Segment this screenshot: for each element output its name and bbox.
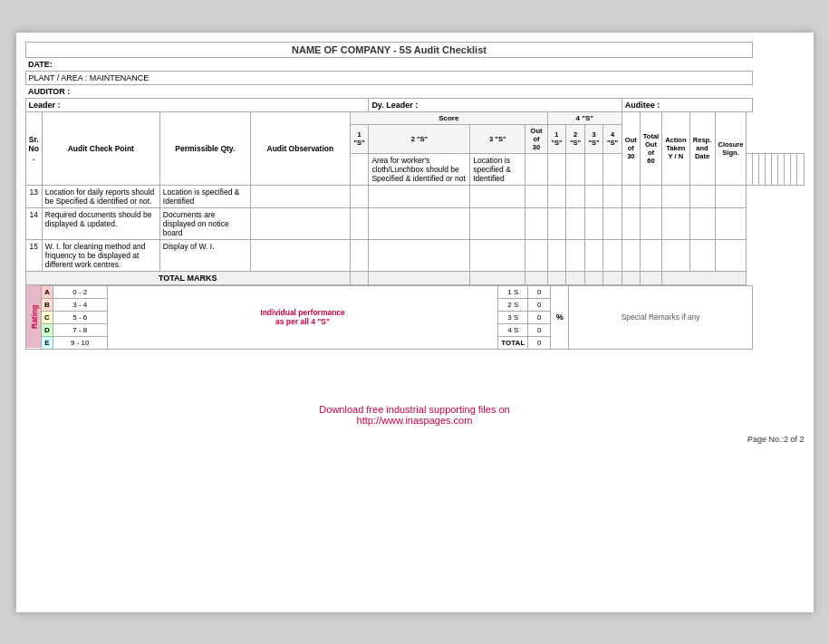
col-total-header: Total Out of 60 <box>640 111 661 185</box>
col-4s4-header: 4 "S" <box>603 124 622 153</box>
resp-cell <box>791 153 797 185</box>
download-url: http://www.inaspages.com <box>25 415 805 426</box>
col-pq-header: Permissible Qty. <box>159 111 250 185</box>
rating-data-row: Rating A 0 - 2 Individual performance as… <box>26 285 753 298</box>
score-header: Score <box>350 111 547 124</box>
page-title: NAME OF COMPANY - 5S Audit Checklist <box>25 42 753 57</box>
col-out-header: Out of 30 <box>622 111 640 185</box>
closure-cell <box>797 153 804 185</box>
score-label-3s: 3 S <box>498 311 528 323</box>
range-E: 9 - 10 <box>53 336 107 349</box>
auditor-label: AUDITOR : <box>28 87 70 96</box>
rating-row: Rating A 0 - 2 Individual performance as… <box>25 284 804 350</box>
auditee-label: Auditee : <box>622 98 753 111</box>
sr-cell: 14 <box>25 207 42 239</box>
check-point-cell: W. I. for cleaning method and friquency … <box>42 239 159 271</box>
table-row: 14 Required documents should be displaye… <box>25 207 804 239</box>
grade-C: C <box>42 311 53 323</box>
grade-E: E <box>42 336 53 349</box>
sr-cell: 13 <box>25 185 42 207</box>
table-row: 13 Location for daily reports should be … <box>25 185 804 207</box>
permissible-cell: Documents are displayed on notice board <box>159 207 250 239</box>
score-label-1s: 1 S <box>498 285 528 298</box>
col-s1-header: 1 "S" <box>350 124 369 153</box>
range-A: 0 - 2 <box>53 285 107 298</box>
col-out30-header: Out of 30 <box>525 124 547 153</box>
col-ao-header: Audit Observation <box>250 111 350 185</box>
4s3-cell <box>759 153 766 185</box>
action-cell <box>785 153 791 185</box>
audit-table: NAME OF COMPANY - 5S Audit Checklist DAT… <box>25 42 805 350</box>
range-B: 3 - 4 <box>53 298 107 311</box>
download-text: Download free industrial supporting file… <box>25 404 805 415</box>
score-label-4s: 4 S <box>498 323 528 336</box>
score-val-total: 0 <box>528 336 551 349</box>
range-D: 7 - 8 <box>53 323 107 336</box>
rating-table: Rating A 0 - 2 Individual performance as… <box>25 285 753 350</box>
title-row: NAME OF COMPANY - 5S Audit Checklist <box>25 42 804 57</box>
plant-row: PLANT / AREA : MAINTENANCE <box>25 71 804 84</box>
dy-leader-label: Dy. Leader : <box>369 98 622 111</box>
score-val-2s: 0 <box>528 298 551 311</box>
check-point-cell: Location for daily reports should be Spe… <box>42 185 159 207</box>
special-remarks: Special Remarks if any <box>569 285 753 349</box>
grade-A: A <box>42 285 53 298</box>
permissible-cell: Location is specified & Identified <box>470 153 525 185</box>
col-s3-header: 3 "S" <box>470 124 525 153</box>
permissible-cell: Location is specified & Identified <box>159 185 250 207</box>
col-closure-header: Closure Sign. <box>715 111 747 185</box>
date-label: DATE: <box>28 60 53 69</box>
obs-cell <box>250 207 350 239</box>
4s1-cell <box>747 153 753 185</box>
rating-label: Rating <box>26 285 42 349</box>
plant-label: PLANT / AREA : MAINTENANCE <box>29 73 149 82</box>
col-action-header: Action Taken Y / N <box>662 111 689 185</box>
col-header-row1: Sr. No . Audit Check Point Permissible Q… <box>25 111 804 124</box>
score-val-4s: 0 <box>528 323 551 336</box>
page-number: Page No.:2 of 2 <box>25 435 805 444</box>
out30-cell <box>603 153 622 185</box>
sr-cell <box>350 153 369 185</box>
auditor-row: AUDITOR : <box>25 84 804 98</box>
score-label-total: TOTAL <box>498 336 528 349</box>
col-4s2-header: 2 "S" <box>566 124 585 153</box>
score-label-2s: 2 S <box>498 298 528 311</box>
s3-cell <box>584 153 603 185</box>
range-C: 5 - 6 <box>53 311 107 323</box>
s2-cell <box>566 153 585 185</box>
total-marks-label: TOTAL MARKS <box>25 271 350 284</box>
col-sr-header: Sr. No . <box>25 111 42 185</box>
score-val-1s: 0 <box>528 285 551 298</box>
score-val-3s: 0 <box>528 311 551 323</box>
total-cell <box>778 153 785 185</box>
col-acp-header: Audit Check Point <box>42 111 159 185</box>
obs-cell <box>250 239 350 271</box>
sr-cell: 15 <box>25 239 42 271</box>
4s2-cell <box>753 153 759 185</box>
s1-cell <box>547 153 566 185</box>
check-point-cell: Area for worker's cloth/Lunchbox should … <box>369 153 470 185</box>
obs-cell <box>525 153 547 185</box>
ind-perf-cell: Individual performance as per all 4 "S" <box>107 285 498 349</box>
col-resp-header: Resp. and Date <box>689 111 715 185</box>
col-s2-header: 2 "S" <box>369 124 470 153</box>
grade-D: D <box>42 323 53 336</box>
page-container: NAME OF COMPANY - 5S Audit Checklist DAT… <box>16 33 814 612</box>
4s4-cell <box>766 153 772 185</box>
obs-cell <box>250 185 350 207</box>
footer-download: Download free industrial supporting file… <box>25 404 805 426</box>
table-row: 15 W. I. for cleaning method and friquen… <box>25 239 804 271</box>
leader-row: Leader : Dy. Leader : Auditee : <box>25 98 804 111</box>
out30b-cell <box>772 153 778 185</box>
permissible-cell: Display of W. I. <box>159 239 250 271</box>
percent-symbol: % <box>551 285 569 349</box>
col-4s3-header: 3 "S" <box>584 124 603 153</box>
col-4s1-header: 1 "S" <box>547 124 566 153</box>
grade-B: B <box>42 298 53 311</box>
check-point-cell: Required documents should be displayed &… <box>42 207 159 239</box>
leader-label: Leader : <box>25 98 369 111</box>
date-row: DATE: <box>25 57 804 71</box>
four-s-header: 4 "S" <box>547 111 622 124</box>
total-marks-row: TOTAL MARKS <box>25 271 804 284</box>
